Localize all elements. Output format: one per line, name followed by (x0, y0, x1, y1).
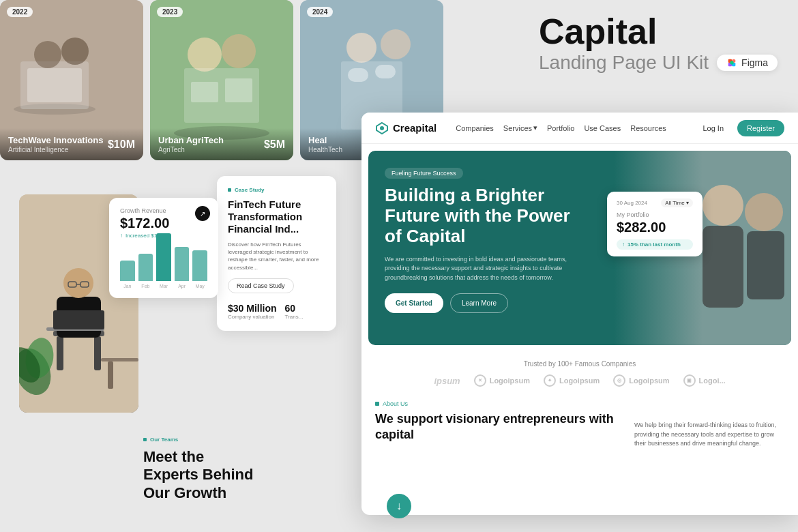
growth-bar-apr (175, 247, 190, 281)
logos-row: ipsum ✕ Logoipsum ✦ Logoipsum ◎ Logoipsu… (375, 374, 784, 387)
teams-card: Our Teams Meet the Experts Behind Our Gr… (143, 437, 263, 502)
case-study-card: Case Study FinTech Future Transformation… (217, 176, 336, 331)
navbar: Creapital Companies Services ▾ Portfolio… (361, 113, 798, 144)
growth-label: Growth Revenue (120, 207, 207, 214)
logo-item-2: ✕ Logoipsum (474, 374, 530, 387)
invest-card-1[interactable]: 2022 TechWave Innovations Artificial Int… (0, 0, 143, 160)
portfolio-label: My Portfolio (617, 211, 693, 218)
register-button[interactable]: Register (737, 120, 784, 136)
growth-bar-may (192, 250, 207, 281)
growth-bar-jan (120, 261, 135, 281)
year-badge-1: 2022 (7, 7, 33, 17)
growth-bar-mar (156, 233, 171, 281)
logo-circle-4: ◎ (613, 374, 625, 387)
case-stat-1: $30 Million Company valuation (228, 303, 277, 320)
get-started-button[interactable]: Get Started (385, 293, 443, 313)
svg-rect-39 (53, 310, 104, 329)
svg-point-13 (222, 34, 256, 68)
month-feb: Feb (138, 284, 153, 289)
case-stats: $30 Million Company valuation 60 Trans..… (228, 303, 325, 320)
teams-tag: Our Teams (143, 437, 263, 443)
logo-circle-2: ✕ (474, 374, 486, 387)
figma-label: Figma (741, 57, 768, 68)
nav-actions: Log In Register (696, 120, 784, 136)
month-mar: Mar (156, 284, 171, 289)
growth-arrow-icon: ↗ (195, 206, 210, 221)
login-button[interactable]: Log In (696, 121, 730, 136)
portfolio-change: ↑ 15% than last month (617, 239, 693, 250)
page-subtitle: Landing Page UI Kit Figma (539, 52, 778, 74)
nav-logo[interactable]: Creapital (375, 121, 437, 135)
case-stat-label-1: Company valuation (228, 314, 277, 320)
year-badge-3: 2024 (307, 7, 333, 17)
read-case-button[interactable]: Read Case Study (228, 278, 294, 293)
nav-resources[interactable]: Resources (630, 123, 666, 132)
case-study-tag-dot (228, 188, 231, 192)
month-apr: Apr (175, 284, 190, 289)
case-stat-value-1: $30 Million (228, 303, 277, 314)
card-amount-2: $5M (264, 138, 285, 151)
page-title: Capital (539, 14, 778, 49)
portfolio-date: 30 Aug 2024 (617, 200, 647, 206)
case-stat-label-2: Trans... (285, 314, 304, 320)
logo-item-4: ◎ Logoipsum (613, 374, 669, 387)
svg-point-20 (381, 29, 411, 59)
about-title: We support visionary entrepreneurs with … (375, 411, 621, 442)
portfolio-time-select[interactable]: All Time ▾ (661, 198, 693, 207)
svg-rect-34 (57, 336, 63, 370)
svg-point-8 (34, 41, 61, 68)
logo-circle-5: ▣ (683, 374, 696, 387)
logo-icon (375, 121, 389, 135)
svg-rect-35 (94, 336, 101, 370)
nav-usecases[interactable]: Use Cases (584, 123, 621, 132)
portfolio-card: 30 Aug 2024 All Time ▾ My Portfolio $282… (607, 192, 703, 256)
hero-section: Fueling Future Success Building a Bright… (368, 151, 791, 345)
nav-portfolio[interactable]: Portfolio (547, 123, 574, 132)
logo-item-3: ✦ Logoipsum (544, 374, 600, 387)
nav-links: Companies Services ▾ Portfolio Use Cases… (456, 123, 683, 132)
hero-tag: Fueling Future Success (385, 168, 463, 179)
hero-desc: We are committed to investing in bold id… (385, 255, 584, 283)
browser-mockup: Creapital Companies Services ▾ Portfolio… (361, 113, 798, 515)
nav-companies[interactable]: Companies (456, 123, 494, 132)
logo-circle-3: ✦ (544, 374, 556, 387)
about-tag: About Us (375, 400, 621, 407)
about-left: About Us We support visionary entreprene… (375, 400, 621, 449)
svg-point-25 (380, 126, 384, 130)
hero-buttons: Get Started Learn More (385, 293, 584, 313)
case-stat-2: 60 Trans... (285, 303, 304, 320)
svg-rect-22 (348, 68, 368, 82)
growth-bar-feb (138, 254, 153, 281)
portfolio-amount: $282.00 (617, 220, 693, 235)
case-study-desc: Discover how FinTech Futures leveraged s… (228, 241, 325, 271)
scroll-down-button[interactable]: ↓ (387, 494, 411, 518)
year-badge-2: 2023 (157, 7, 183, 17)
figma-icon (726, 57, 737, 68)
case-stat-value-2: 60 (285, 303, 304, 314)
svg-rect-23 (375, 65, 396, 78)
canvas: Capital Landing Page UI Kit Figma (0, 0, 798, 532)
right-title-section: Capital Landing Page UI Kit Figma (539, 14, 778, 74)
svg-point-12 (188, 38, 222, 72)
teams-title: Meet the Experts Behind Our Growth (143, 448, 263, 502)
trusted-label: Trusted by 100+ Famous Companies (375, 360, 784, 368)
growth-amount: $172.00 (120, 216, 207, 231)
case-study-title: FinTech Future Transformation Financial … (228, 198, 325, 235)
nav-logo-text: Creapital (393, 122, 437, 134)
svg-rect-15 (191, 82, 218, 102)
learn-more-button[interactable]: Learn More (450, 293, 508, 313)
growth-widget: ↗ Growth Revenue $172.00 ↑ Increased $15… (109, 198, 218, 298)
svg-rect-4 (730, 61, 733, 64)
growth-bars (120, 247, 207, 281)
nav-services[interactable]: Services ▾ (503, 123, 537, 132)
trusted-section: Trusted by 100+ Famous Companies ipsum ✕… (361, 352, 798, 392)
about-tag-dot (375, 402, 379, 406)
logo-item-1: ipsum (434, 376, 460, 386)
about-section: About Us We support visionary entreprene… (361, 392, 798, 457)
portfolio-date-row: 30 Aug 2024 All Time ▾ (617, 198, 693, 207)
invest-card-2[interactable]: 2023 Urban AgriTech AgriTech $5M (150, 0, 293, 160)
case-study-tag: Case Study (228, 187, 325, 193)
svg-rect-47 (108, 361, 113, 389)
month-may: May (192, 284, 207, 289)
svg-point-9 (61, 38, 89, 65)
